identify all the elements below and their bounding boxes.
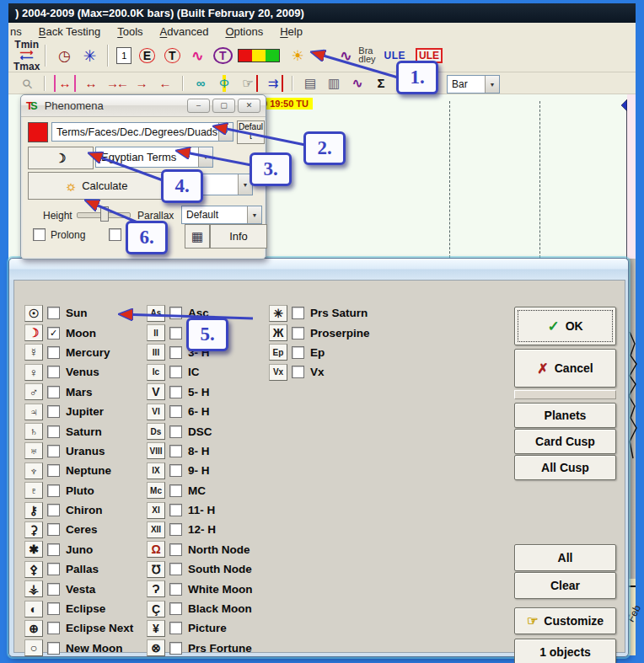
sun-symbol-icon[interactable]: ☉ [24, 305, 43, 322]
parallax-dropdown[interactable]: Default ▼ [181, 206, 262, 224]
eclipse-checkbox[interactable] [47, 602, 60, 615]
neptune-checkbox[interactable] [47, 464, 60, 477]
wave-chart-icon[interactable]: ∿ [335, 44, 356, 67]
ep-checkbox[interactable] [292, 346, 304, 359]
cancel-button[interactable]: ✗ Cancel [514, 349, 616, 388]
mc-symbol-icon[interactable]: Mc [147, 482, 165, 499]
juno-checkbox[interactable] [47, 543, 60, 556]
terms-dropdown[interactable]: Egyptian Terms ▼ [95, 147, 213, 168]
wave-icon[interactable]: ∿ [349, 75, 366, 92]
bar-type-dropdown[interactable]: Bar ▼ [447, 75, 500, 94]
neptune-symbol-icon[interactable]: ♆ [24, 462, 43, 479]
sun-checkbox[interactable] [47, 307, 60, 319]
bradley-button[interactable]: Bra dley [358, 47, 375, 64]
info-button[interactable]: Info [210, 224, 267, 249]
jupiter-checkbox[interactable] [47, 405, 60, 418]
height-slider-thumb[interactable] [100, 206, 109, 222]
close-icon[interactable]: ✕ [238, 99, 260, 113]
mc-checkbox[interactable] [169, 484, 182, 497]
tmin-tmax-button[interactable]: Tmin ⟶ ⟵ Tmax [13, 40, 40, 72]
menu-back-testing[interactable]: Back Testing [30, 25, 109, 38]
black-moon-checkbox[interactable] [169, 602, 182, 615]
all-button[interactable]: All [514, 544, 616, 571]
saturn-checkbox[interactable] [47, 425, 60, 438]
zigzag-icon[interactable]: ∿ [187, 44, 207, 67]
shift-left-icon[interactable]: ← [157, 75, 174, 92]
6-h-symbol-icon[interactable]: VI [147, 404, 165, 420]
juno-symbol-icon[interactable]: ✱ [24, 541, 43, 558]
9-h-checkbox[interactable] [169, 464, 182, 477]
11-h-symbol-icon[interactable]: XI [147, 502, 165, 519]
north-node-symbol-icon[interactable]: Ω [147, 541, 165, 558]
window-titlebar[interactable]: ) 2004-2009 (Max=200.0K bars) (Built Feb… [8, 3, 636, 23]
uranus-checkbox[interactable] [47, 445, 60, 457]
venus-symbol-icon[interactable]: ♀ [24, 364, 43, 381]
ule-button[interactable]: ULE [384, 50, 406, 61]
6-h-checkbox[interactable] [169, 405, 182, 418]
view-icon[interactable]: ∞ [192, 75, 209, 92]
customize-button[interactable]: ☞ Customize [514, 607, 616, 634]
venus-checkbox[interactable] [47, 366, 60, 378]
new-moon-symbol-icon[interactable]: ○ [24, 639, 43, 656]
vx-checkbox[interactable] [292, 366, 304, 378]
ic-symbol-icon[interactable]: Ic [147, 364, 165, 381]
planets-button[interactable]: Planets [514, 403, 616, 428]
saturn-symbol-icon[interactable]: ♄ [24, 423, 43, 440]
chiron-checkbox[interactable] [47, 504, 60, 516]
category-dropdown[interactable]: Terms/Faces/Dec./Degrees/Duads ▼ [51, 122, 233, 142]
maximize-icon[interactable]: ▢ [212, 99, 235, 113]
sigma-icon[interactable]: Σ [373, 75, 389, 92]
transit-tool-icon[interactable]: T [162, 44, 182, 67]
sun-icon[interactable]: ☀ [287, 44, 308, 67]
tran-checkbox[interactable] [109, 228, 121, 241]
mercury-checkbox[interactable] [47, 346, 60, 359]
eclipse-next-symbol-icon[interactable]: ⊕ [24, 620, 43, 637]
mercury-symbol-icon[interactable]: ☿ [24, 344, 43, 361]
north-node-checkbox[interactable] [169, 543, 182, 556]
picture-checkbox[interactable] [169, 622, 182, 634]
ep-symbol-icon[interactable]: Ep [269, 344, 287, 361]
moon-select-button[interactable]: ☽ [28, 147, 94, 169]
12-h-checkbox[interactable] [169, 523, 182, 536]
uranus-symbol-icon[interactable]: ♅ [24, 442, 43, 459]
minimize-icon[interactable]: – [187, 99, 210, 113]
clock-icon[interactable]: ◷ [54, 44, 74, 67]
mars-checkbox[interactable] [47, 386, 60, 398]
ok-button[interactable]: ✓ OK [514, 307, 616, 345]
time-tool-icon[interactable]: T [212, 44, 233, 67]
dsc-checkbox[interactable] [169, 425, 182, 438]
phenomena-titlebar[interactable]: TS Phenomena – ▢ ✕ [21, 95, 266, 117]
hand-pick-icon[interactable]: ☞ [239, 75, 258, 92]
menu-partial[interactable]: ns [8, 25, 30, 38]
all-cusp-button[interactable]: All Cusp [514, 455, 616, 480]
eclipse-symbol-icon[interactable]: ◐ [24, 601, 43, 618]
expand-range-icon[interactable]: ↔ [83, 75, 99, 92]
moon-checkbox[interactable]: ✓ [47, 327, 60, 340]
9-h-symbol-icon[interactable]: IX [147, 462, 165, 479]
jupiter-symbol-icon[interactable]: ♃ [24, 404, 43, 420]
menu-options[interactable]: Options [217, 25, 271, 38]
mars-symbol-icon[interactable]: ♂ [24, 383, 43, 400]
prs-fortune-checkbox[interactable] [169, 642, 182, 655]
moon-symbol-icon[interactable]: ☽ [24, 324, 43, 341]
chiron-symbol-icon[interactable]: ⚷ [24, 502, 43, 519]
prs-saturn-symbol-icon[interactable]: ✳ [269, 305, 287, 322]
selector-titlebar[interactable] [9, 259, 628, 280]
asc-symbol-icon[interactable]: As [147, 305, 165, 322]
color-bar-icon[interactable] [238, 49, 280, 62]
document-icon[interactable]: ▤ [302, 75, 319, 92]
proserpine-symbol-icon[interactable]: Ж [269, 324, 287, 341]
clear-button[interactable]: Clear [514, 572, 616, 599]
calendar-icon[interactable]: 1 [116, 47, 131, 64]
white-moon-symbol-icon[interactable]: Ɂ [147, 580, 165, 597]
default-button[interactable]: Default [237, 120, 265, 144]
ic-checkbox[interactable] [169, 366, 182, 378]
asc-checkbox[interactable] [169, 307, 182, 319]
2-h-symbol-icon[interactable]: II [147, 324, 165, 341]
vx-symbol-icon[interactable]: Vx [269, 364, 287, 381]
pluto-symbol-icon[interactable]: ♇ [24, 482, 43, 499]
picture-symbol-icon[interactable]: ¥ [147, 620, 165, 637]
prs-fortune-symbol-icon[interactable]: ⊗ [147, 639, 165, 656]
12-h-symbol-icon[interactable]: XII [147, 521, 165, 538]
11-h-checkbox[interactable] [169, 504, 182, 516]
